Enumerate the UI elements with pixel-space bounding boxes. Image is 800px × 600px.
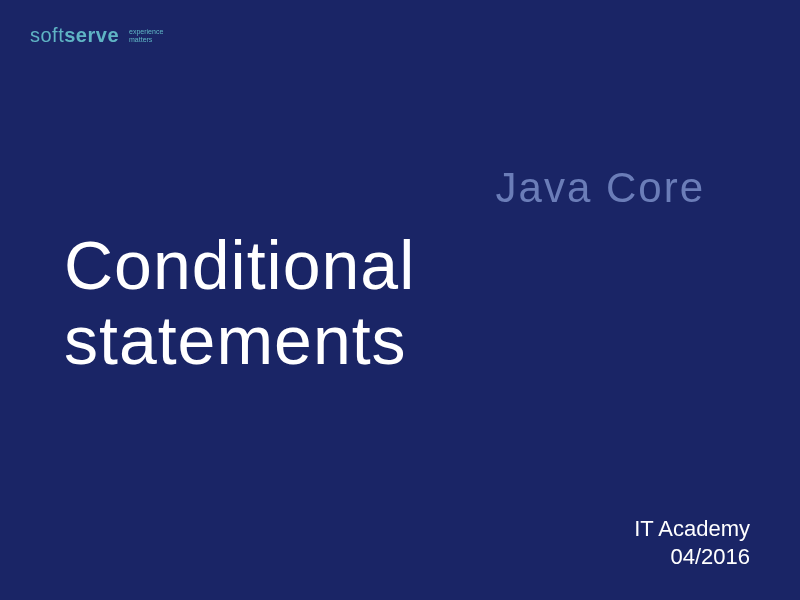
slide-footer: IT Academy 04/2016 (634, 515, 750, 572)
logo: softserve experience matters (30, 24, 163, 47)
slide-subtitle: Java Core (496, 164, 705, 212)
logo-tagline-line1: experience (129, 28, 163, 35)
footer-line1: IT Academy (634, 515, 750, 544)
logo-tagline-line2: matters (129, 36, 152, 43)
logo-text: softserve (30, 24, 119, 47)
logo-serve: serve (64, 24, 119, 46)
footer-line2: 04/2016 (634, 543, 750, 572)
logo-tagline: experience matters (129, 28, 163, 43)
logo-soft: soft (30, 24, 64, 46)
slide-title: Conditionalstatements (64, 228, 415, 378)
